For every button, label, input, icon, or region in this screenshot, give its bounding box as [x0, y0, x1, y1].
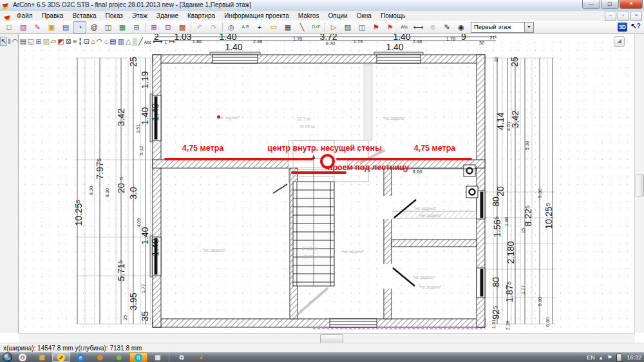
roof-tool-icon[interactable]: ⌂	[90, 37, 96, 46]
horizontal-scrollbar-thumb[interactable]	[320, 334, 343, 343]
maximize-button[interactable]: ▢	[601, 0, 619, 9]
origin-point-icon[interactable]: +	[253, 21, 266, 33]
text-tool-icon[interactable]: Abc	[398, 21, 411, 33]
context-help-button[interactable]: ↖?	[630, 22, 641, 30]
close-button[interactable]: ✕	[620, 0, 643, 9]
menu-файл[interactable]: Файл	[12, 11, 37, 21]
transfer-plan-icon[interactable]: ⊟	[130, 21, 143, 33]
delete-tool-icon[interactable]: ⊠	[65, 37, 72, 46]
mdi-minimize-button[interactable]: –	[605, 12, 616, 21]
guides-icon[interactable]: ╲	[296, 21, 308, 33]
terrain-tool-icon[interactable]: △	[125, 37, 131, 46]
minimize-button[interactable]: —	[582, 0, 600, 9]
taskbar-arcon-button[interactable]: ⇗	[52, 352, 70, 362]
hedge-tool-icon[interactable]: ▒	[131, 37, 138, 46]
wall-tool-icon[interactable]: ‖	[7, 37, 12, 46]
history-clock-icon[interactable]: ◔	[73, 21, 86, 33]
curved-wall-tool-icon[interactable]: ◠	[12, 37, 19, 46]
floor-selector-dropdown[interactable]: Первый этаж ▼	[471, 22, 534, 33]
clock[interactable]: 16:32	[627, 354, 641, 361]
export-image-icon[interactable]: ▦	[116, 21, 129, 33]
vertical-scrollbar[interactable]	[634, 34, 644, 333]
menu-информация-проекта[interactable]: Информация проекта	[220, 11, 294, 21]
new-view-icon[interactable]: ⊡	[162, 21, 175, 33]
menu-окна[interactable]: Окна	[352, 11, 376, 21]
window-layout-icon[interactable]: ◫	[355, 21, 368, 33]
save-project-icon[interactable]: ▤	[59, 21, 72, 33]
view-3d-button[interactable]: 3D	[618, 23, 627, 32]
menu-вставка[interactable]: Вставка	[68, 11, 100, 21]
dormer-tool-icon[interactable]: ⌂	[103, 37, 109, 46]
zoom-scale-icon[interactable]: A·R	[239, 21, 252, 33]
mdi-restore-button[interactable]: ▫	[618, 12, 629, 21]
vertical-scrollbar-thumb[interactable]	[636, 175, 644, 196]
taskbar-calculator-icon: ▦	[155, 354, 160, 361]
measure-tool-icon[interactable]: ↦	[168, 37, 175, 46]
awning-tool-icon[interactable]: ◠	[96, 37, 104, 46]
menu-помощь[interactable]: Помощь	[376, 11, 410, 21]
menu-правка[interactable]: Правка	[37, 11, 68, 21]
taskbar-ie-icon: e	[77, 354, 84, 361]
taskbar-firefox-button[interactable]: ◍	[91, 352, 109, 362]
taskbar-chrome-button[interactable]: ◉	[110, 352, 128, 362]
ruler-icon[interactable]: ▭	[267, 21, 280, 33]
project-assistant-icon[interactable]: ▨	[17, 21, 30, 33]
menu-этаж[interactable]: Этаж	[128, 11, 152, 21]
hidden-icons-button[interactable]: ▴	[600, 354, 603, 361]
text-label-tool-icon[interactable]: Abc	[144, 39, 152, 45]
line-tool-icon[interactable]: ╱	[138, 37, 144, 46]
tool-palette: ↖‖◠▤◱⊞▥▱◩⊠≡╏⊡⌂◠⌂▤▥△▒╱Abc⟷↕↦	[0, 34, 19, 333]
drawing-canvas[interactable]: ◢	[19, 34, 635, 333]
flag-marker-new-icon[interactable]: ⚑	[384, 21, 397, 33]
taskbar-ie-button[interactable]: e	[71, 352, 90, 362]
menu-квартира[interactable]: Квартира	[183, 11, 220, 21]
grid-icon[interactable]: ▦	[281, 21, 294, 33]
select-arrow-icon[interactable]: ↖	[0, 37, 7, 46]
open-project-icon[interactable]: ▣	[45, 21, 58, 33]
object-tool-icon[interactable]: ⊡	[83, 37, 90, 46]
battery-icon[interactable]	[616, 354, 622, 361]
language-indicator[interactable]: EN	[587, 354, 595, 361]
hatching-icon[interactable]: ▨	[341, 21, 354, 33]
blind-tool-icon[interactable]: ▥	[117, 37, 125, 46]
dimension-tool-icon[interactable]: ⟷	[412, 21, 425, 33]
project-options-icon[interactable]: ✎	[31, 21, 44, 33]
save-view-icon[interactable]: ⊞	[147, 21, 160, 33]
print-icon[interactable]: ◫	[102, 21, 115, 33]
menu-здание[interactable]: Здание	[152, 11, 183, 21]
lighting-icon[interactable]: ▷	[327, 21, 340, 33]
document-logo-icon	[5, 14, 12, 21]
canvas-popup-button[interactable]: ◢	[614, 36, 625, 47]
taskbar-skype-button[interactable]: S	[129, 352, 147, 362]
taskbar-explorer-button[interactable]: ▣	[33, 352, 51, 362]
taskbar-calculator-button[interactable]: ▦	[149, 352, 167, 362]
dimension-chain-tool-icon[interactable]: ⟷	[152, 37, 164, 46]
taskbar-snipping-button[interactable]: ⧉	[173, 352, 191, 362]
window-tool-icon[interactable]: ⊞	[35, 37, 42, 46]
door-tool-icon[interactable]: ◱	[27, 37, 35, 46]
mdi-close-button[interactable]: ×	[630, 12, 642, 21]
menu-показ[interactable]: Показ	[101, 11, 128, 21]
flag-marker-icon[interactable]: ⚑	[370, 21, 383, 33]
shutter-tool-icon[interactable]: ▤	[109, 37, 117, 46]
room-tool-icon[interactable]: ▱	[50, 37, 57, 46]
camera-icon[interactable]: ◉	[455, 21, 468, 33]
wall-opening-tool-icon[interactable]: ▤	[19, 37, 26, 46]
radiator-tool-icon[interactable]: ▥	[42, 37, 50, 46]
menu-опции[interactable]: Опции	[324, 11, 352, 21]
column-tool-icon[interactable]: ╏	[77, 37, 83, 46]
horizontal-scrollbar[interactable]	[19, 333, 635, 343]
new-document-icon[interactable]: □	[3, 21, 15, 33]
floor-slab-tool-icon[interactable]: ◩	[57, 37, 64, 46]
menu-makros[interactable]: Makros	[294, 11, 324, 21]
hpgl-dxf-folie-icon[interactable]: DXF	[310, 21, 323, 33]
email-icon[interactable]: @	[88, 21, 100, 33]
pen-flag-icon[interactable]: ✎	[440, 21, 453, 33]
taskbar-opera-button[interactable]: O	[14, 352, 32, 362]
taskbar-picpick-button[interactable]: ◕	[192, 352, 210, 362]
arcon-logo-icon	[3, 1, 10, 9]
start-button[interactable]	[3, 352, 12, 362]
action-center-flag-icon[interactable]: ⚑	[607, 354, 612, 361]
catalog-icon[interactable]: ▩	[176, 21, 189, 33]
zoom-icon[interactable]: ◎	[225, 21, 238, 33]
